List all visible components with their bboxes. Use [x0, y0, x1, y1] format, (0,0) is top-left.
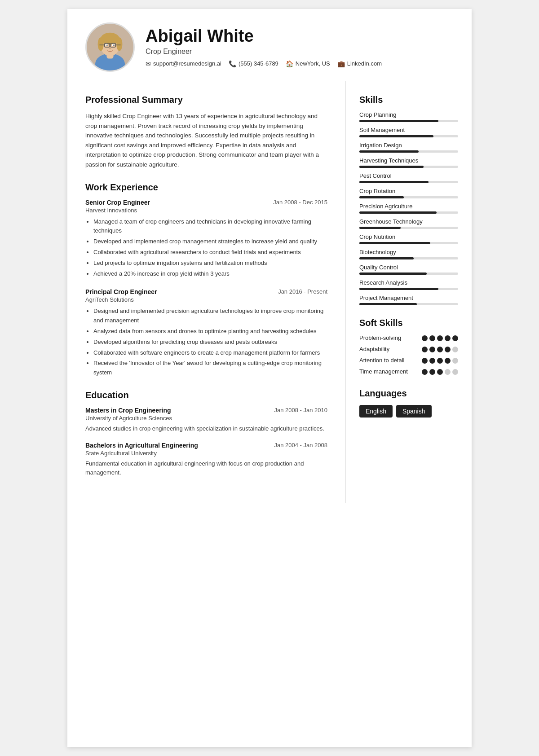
edu-header-0: Masters in Crop Engineering Jan 2008 - J… — [85, 407, 327, 414]
edu-school-0: University of Agriculture Sciences — [85, 415, 327, 422]
skill-bar-fill — [359, 257, 414, 259]
svg-point-5 — [98, 37, 104, 51]
job-bullets-1: Designed and implemented precision agric… — [93, 307, 327, 378]
skill-bar-fill — [359, 196, 404, 198]
dot — [452, 347, 458, 352]
edu-block-0: Masters in Crop Engineering Jan 2008 - J… — [85, 407, 327, 433]
skill-item: Soil Management — [359, 127, 458, 137]
skill-name: Project Management — [359, 294, 458, 301]
summary-section: Professional Summary Highly skilled Crop… — [85, 95, 327, 170]
skill-bar — [359, 211, 458, 214]
header-contacts: ✉ support@resumedesign.ai 📞 (555) 345-67… — [146, 60, 454, 67]
svg-point-10 — [113, 44, 115, 46]
dot — [422, 347, 428, 352]
skill-bar-fill — [359, 211, 437, 214]
dot — [437, 369, 443, 375]
languages-section: Languages English Spanish — [359, 388, 458, 418]
header-info: Abigail White Crop Engineer ✉ support@re… — [146, 27, 454, 67]
work-experience-title: Work Experience — [85, 182, 327, 193]
contact-phone: 📞 (555) 345-6789 — [229, 60, 278, 67]
skill-bar-fill — [359, 227, 401, 229]
dot — [445, 347, 451, 352]
skill-item: Project Management — [359, 294, 458, 305]
skills-section: Skills Crop Planning Soil Management Irr… — [359, 95, 458, 305]
dot — [422, 335, 428, 341]
header: Abigail White Crop Engineer ✉ support@re… — [67, 9, 472, 81]
education-title: Education — [85, 390, 327, 400]
svg-point-16 — [109, 47, 111, 49]
skill-bar — [359, 303, 458, 305]
location-icon: 🏠 — [286, 60, 293, 67]
dot — [445, 369, 451, 375]
contact-location: 🏠 NewYork, US — [286, 60, 330, 67]
avatar-container — [85, 22, 135, 72]
skill-bar — [359, 196, 458, 198]
skill-item: Crop Nutrition — [359, 233, 458, 244]
list-item: Managed a team of crop engineers and tec… — [93, 217, 327, 236]
list-item: Developed algorithms for predicting crop… — [93, 338, 327, 347]
job-company-0: Harvest Innovations — [85, 207, 327, 214]
dot — [429, 335, 435, 341]
edu-desc-1: Fundamental education in agricultural en… — [85, 459, 327, 477]
job-block-0: Senior Crop Engineer Jan 2008 - Dec 2015… — [85, 199, 327, 279]
dot — [422, 358, 428, 364]
job-header-1: Principal Crop Engineer Jan 2016 - Prese… — [85, 288, 327, 295]
skill-item: Precision Agriculture — [359, 203, 458, 214]
linkedin-icon: 💼 — [337, 60, 345, 67]
header-title: Crop Engineer — [146, 48, 454, 56]
skill-name: Greenhouse Technology — [359, 218, 458, 225]
soft-skill-item: Adaptability — [359, 346, 458, 353]
skill-item: Biotechnology — [359, 249, 458, 259]
skill-bar-fill — [359, 273, 427, 275]
soft-skill-item: Attention to detail — [359, 357, 458, 365]
dot — [422, 369, 428, 375]
edu-dates-0: Jan 2008 - Jan 2010 — [274, 407, 327, 413]
skill-bar-fill — [359, 303, 417, 305]
list-item: Collaborated with software engineers to … — [93, 348, 327, 358]
skills-container: Crop Planning Soil Management Irrigation… — [359, 111, 458, 305]
left-column: Professional Summary Highly skilled Crop… — [67, 81, 346, 503]
svg-point-9 — [106, 44, 108, 46]
soft-skill-item: Time management — [359, 368, 458, 376]
skill-bar — [359, 288, 458, 290]
dot — [445, 358, 451, 364]
contact-email-text: support@resumedesign.ai — [153, 60, 221, 67]
lang-badges: English Spanish — [359, 405, 458, 418]
contact-linkedin: 💼 LinkedIn.com — [337, 60, 382, 67]
skill-name: Soil Management — [359, 127, 458, 133]
skill-item: Crop Rotation — [359, 188, 458, 198]
skill-name: Quality Control — [359, 264, 458, 271]
job-dates-1: Jan 2016 - Present — [278, 288, 327, 295]
contact-phone-text: (555) 345-6789 — [239, 60, 278, 67]
header-name: Abigail White — [146, 27, 454, 46]
edu-header-1: Bachelors in Agricultural Engineering Ja… — [85, 442, 327, 449]
skill-bar — [359, 150, 458, 153]
skill-name: Irrigation Design — [359, 142, 458, 149]
summary-text: Highly skilled Crop Engineer with 13 yea… — [85, 111, 327, 170]
skill-bar-fill — [359, 242, 430, 244]
main-layout: Professional Summary Highly skilled Crop… — [67, 81, 472, 503]
dots — [422, 347, 458, 352]
skills-title: Skills — [359, 95, 458, 105]
job-company-1: AgriTech Solutions — [85, 296, 327, 303]
phone-icon: 📞 — [229, 60, 236, 67]
list-item: Analyzed data from sensors and drones to… — [93, 327, 327, 336]
skill-item: Irrigation Design — [359, 142, 458, 153]
skill-bar — [359, 135, 458, 137]
skill-name: Crop Rotation — [359, 188, 458, 194]
list-item: Achieved a 20% increase in crop yield wi… — [93, 269, 327, 279]
skill-bar-fill — [359, 120, 438, 122]
soft-skill-name: Attention to detail — [359, 357, 422, 365]
dot — [445, 335, 451, 341]
right-column: Skills Crop Planning Soil Management Irr… — [346, 81, 472, 503]
soft-skills-section: Soft Skills Problem-solvingAdaptabilityA… — [359, 318, 458, 376]
edu-desc-0: Advanced studies in crop engineering wit… — [85, 424, 327, 433]
dot — [452, 369, 458, 375]
skill-bar — [359, 181, 458, 183]
dots — [422, 335, 458, 341]
edu-degree-0: Masters in Crop Engineering — [85, 407, 171, 414]
lang-badge-english: English — [359, 405, 393, 418]
skill-name: Crop Nutrition — [359, 233, 458, 240]
soft-skill-name: Adaptability — [359, 346, 422, 353]
summary-title: Professional Summary — [85, 95, 327, 105]
